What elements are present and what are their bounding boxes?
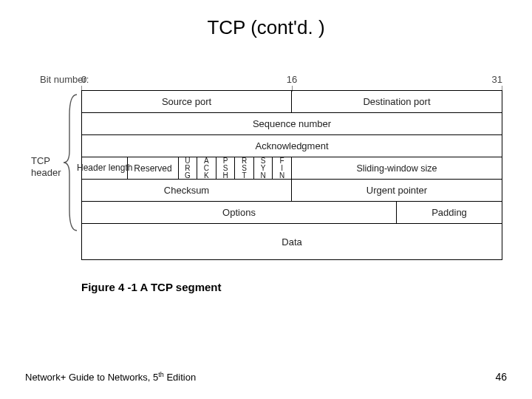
tcp-header-label-l1: TCP xyxy=(31,155,61,167)
tcp-header-label: TCP header xyxy=(31,155,61,178)
tcp-header-label-l2: header xyxy=(31,167,61,179)
flag-rst: RST xyxy=(235,157,254,179)
bit-0: 0 xyxy=(81,74,86,85)
field-reserved: Reserved xyxy=(128,157,178,179)
segment-grid: Source port Destination port Sequence nu… xyxy=(81,90,502,260)
figure-caption: Figure 4 -1 A TCP segment xyxy=(81,281,222,293)
footer-book: Network+ Guide to Networks, 5th Edition xyxy=(25,371,196,383)
bit-ruler: Bit number: 0 16 31 xyxy=(81,74,502,90)
footer-book-post: Edition xyxy=(164,372,196,383)
field-acknowledgment: Acknowledgment xyxy=(82,135,502,157)
field-dest-port: Destination port xyxy=(292,91,502,112)
slide: TCP (cont'd. ) TCP header Bit number: 0 … xyxy=(0,0,532,399)
bit-16: 16 xyxy=(287,74,297,85)
tcp-segment-diagram: Bit number: 0 16 31 Source port Destinat… xyxy=(81,74,502,260)
slide-title: TCP (cont'd. ) xyxy=(0,16,532,39)
field-window-size: Sliding-window size xyxy=(292,157,502,179)
field-padding: Padding xyxy=(397,202,502,223)
flag-urg: URG xyxy=(179,157,198,179)
field-header-length-l1: Header xyxy=(77,163,106,173)
flag-syn: SYN xyxy=(254,157,273,179)
footer-book-sup: th xyxy=(158,371,164,378)
field-checksum: Checksum xyxy=(82,180,292,201)
field-header-length: Header length xyxy=(82,157,128,179)
field-data: Data xyxy=(82,224,502,259)
flag-fin: FIN xyxy=(273,157,292,179)
field-source-port: Source port xyxy=(82,91,292,112)
page-number: 46 xyxy=(495,371,507,383)
field-sequence-number: Sequence number xyxy=(82,113,502,134)
flag-ack: ACK xyxy=(197,157,216,179)
bit-31: 31 xyxy=(492,74,502,85)
flag-psh: PSH xyxy=(216,157,236,179)
footer-book-pre: Network+ Guide to Networks, 5 xyxy=(25,372,158,383)
field-options: Options xyxy=(82,202,397,223)
field-urgent-pointer: Urgent pointer xyxy=(292,180,502,201)
